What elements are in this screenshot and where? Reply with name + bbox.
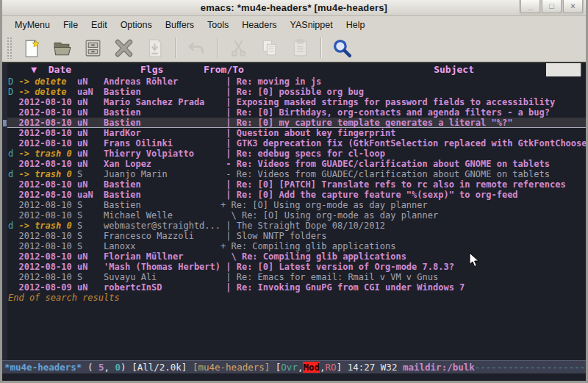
modeline-segment: RO bbox=[326, 362, 337, 373]
paste-button bbox=[287, 35, 313, 60]
message-row[interactable]: 2012-08-10 uN Mario Sanchez Prada | Expo… bbox=[2, 97, 586, 107]
modeline-segment: 0 bbox=[115, 362, 121, 373]
modeline-segment: *mu4e-headers* bbox=[4, 362, 82, 373]
message-row[interactable]: D -> delete uN Andreas Röhler | Re: movi… bbox=[2, 76, 586, 87]
menu-buffers[interactable]: Buffers bbox=[159, 16, 201, 34]
title-bar[interactable]: emacs: *mu4e-headers* [mu4e-headers] _□× bbox=[2, 0, 586, 16]
message-row[interactable]: 2012-08-10 S Suvayu Ali | Re: Emacs for … bbox=[2, 272, 586, 282]
modeline-segment: maildir:/bulk bbox=[403, 362, 475, 373]
message-row[interactable]: 2012-08-10 uN Bastien | Re: [0] [PATCH] … bbox=[2, 179, 586, 190]
message-row[interactable]: d -> trash 0 S Juanjo Marin - Re: Videos… bbox=[2, 169, 586, 179]
toolbar-separator bbox=[217, 37, 218, 58]
message-row[interactable]: 2012-08-10 S Lanoxx + Re: Compiling glib… bbox=[2, 241, 586, 251]
message-row[interactable]: 2012-08-10 uN HardKor | Question about k… bbox=[2, 128, 586, 138]
save-icon bbox=[83, 38, 103, 58]
new-file-button[interactable] bbox=[18, 35, 44, 60]
menu-edit[interactable]: Edit bbox=[85, 16, 114, 34]
message-row[interactable]: 2012-08-10 S Michael Welle \ Re: [O] Usi… bbox=[2, 210, 586, 221]
modeline-segment: ---------------------------------------- bbox=[475, 362, 586, 373]
save-button[interactable] bbox=[79, 35, 106, 60]
menu-options[interactable]: Options bbox=[114, 16, 159, 34]
message-row[interactable]: 2012-08-10 uN Frans Oilinki | GTK3 depre… bbox=[2, 138, 586, 148]
menu-help[interactable]: Help bbox=[340, 16, 372, 34]
message-row[interactable]: 2012-08-10 uN Xan Lopez - Re: Videos fro… bbox=[2, 159, 586, 169]
undo-button bbox=[183, 35, 209, 60]
modeline-segment: [mu4e-headers] bbox=[193, 362, 276, 373]
new-file-icon bbox=[21, 38, 41, 58]
message-row[interactable]: D -> delete uaN Bastien | Re: [0] possib… bbox=[2, 87, 586, 97]
message-row[interactable]: 2012-08-10 uN 'Mash (Thomas Herbert) | R… bbox=[2, 262, 586, 272]
modeline-segment: ] bbox=[337, 362, 348, 373]
menu-yasnippet[interactable]: YASnippet bbox=[284, 16, 340, 34]
scrollbar-thumb[interactable] bbox=[546, 63, 582, 76]
modeline-segment: [All/2.0k] bbox=[132, 362, 193, 373]
mu4e-headers-buffer[interactable]: ▼ Date Flgs From/To Subject D -> delete … bbox=[2, 63, 586, 360]
message-row-current[interactable]: 2012-08-10 uN Bastien | Re: [0] my captu… bbox=[2, 118, 586, 128]
cut-button bbox=[225, 35, 251, 60]
message-row[interactable]: 2012-08-09 uN robertcInSD | Re: Invoking… bbox=[2, 282, 586, 293]
mode-line: *mu4e-headers* ( 5, 0) [All/2.0k] [mu4e-… bbox=[2, 360, 586, 373]
headers-column-header: ▼ Date Flgs From/To Subject bbox=[2, 63, 586, 76]
modeline-segment: ( bbox=[82, 362, 98, 373]
undo-icon bbox=[187, 38, 207, 58]
cut-icon bbox=[229, 38, 248, 58]
menu-headers[interactable]: Headers bbox=[235, 16, 283, 34]
message-row[interactable]: 2012-08-10 uN Florian Müllner \ Re: Comp… bbox=[2, 251, 586, 262]
window-title: emacs: *mu4e-headers* [mu4e-headers] bbox=[2, 0, 586, 16]
mouse-pointer-icon bbox=[469, 252, 479, 268]
message-list: D -> delete uN Andreas Röhler | Re: movi… bbox=[2, 76, 586, 293]
emacs-window: emacs: *mu4e-headers* [mu4e-headers] _□×… bbox=[0, 0, 588, 383]
toolbar-separator bbox=[175, 37, 176, 58]
modeline-segment: Mod bbox=[303, 362, 320, 373]
message-row[interactable]: 2012-08-10 S Bastien + Re: [O] Using org… bbox=[2, 200, 586, 210]
current-line-fringe-marker bbox=[3, 120, 7, 126]
minimize-button[interactable]: _ bbox=[520, 0, 540, 13]
message-row[interactable]: d -> trash 0 uN Thierry Volpiatto | Re: … bbox=[2, 148, 586, 159]
copy-button bbox=[256, 35, 282, 60]
toolbar-drag-handle[interactable] bbox=[7, 37, 13, 59]
message-row[interactable]: d -> trash 0 S webmaster@straightd... | … bbox=[2, 221, 586, 231]
left-fringe bbox=[2, 63, 7, 360]
modeline-segment: , bbox=[320, 362, 326, 373]
search-icon bbox=[332, 38, 352, 58]
end-of-search-results: End of search results bbox=[2, 293, 586, 303]
close-button[interactable] bbox=[110, 35, 137, 60]
modeline-segment: 14:27 W32 bbox=[348, 362, 403, 373]
save-as-icon bbox=[145, 38, 165, 58]
paste-icon bbox=[290, 38, 310, 58]
toolbar-separator bbox=[320, 37, 322, 58]
open-button[interactable] bbox=[49, 35, 75, 60]
modeline-segment: , bbox=[104, 362, 115, 373]
close-icon bbox=[114, 38, 134, 58]
window-buttons: _□× bbox=[519, 0, 584, 15]
message-row[interactable]: 2012-08-10 S Francesco Mazzoli | Slow NN… bbox=[2, 231, 586, 241]
modeline-segment: Ovr bbox=[281, 362, 298, 373]
toolbar bbox=[2, 34, 586, 63]
message-row[interactable]: 2012-08-10 uN Bastien | Re: [0] Birthday… bbox=[2, 107, 586, 118]
menu-file[interactable]: File bbox=[57, 16, 85, 34]
save-as-button bbox=[141, 35, 168, 60]
copy-icon bbox=[259, 38, 279, 58]
menu-tools[interactable]: Tools bbox=[201, 16, 235, 34]
echo-area bbox=[2, 373, 586, 381]
menu-bar: MyMenuFileEditOptionsBuffersToolsHeaders… bbox=[2, 16, 586, 34]
modeline-segment: ) bbox=[121, 362, 132, 373]
open-icon bbox=[52, 38, 72, 58]
menu-mymenu[interactable]: MyMenu bbox=[8, 16, 57, 34]
search-button[interactable] bbox=[329, 35, 355, 60]
maximize-button[interactable]: □ bbox=[542, 0, 562, 13]
close-button[interactable]: × bbox=[563, 0, 583, 13]
message-row[interactable]: 2012-08-10 uaN Bastien | Re: [0] Add the… bbox=[2, 190, 586, 200]
